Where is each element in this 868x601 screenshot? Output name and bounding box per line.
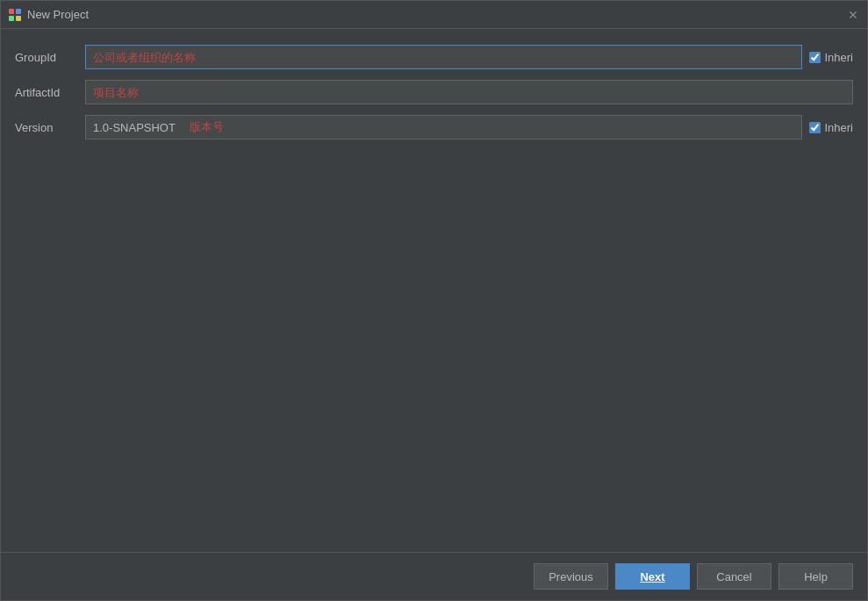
groupid-input-container [85,45,802,69]
new-project-window: New Project ✕ GroupId Inheri ArtifactId [0,0,868,601]
version-placeholder: 版本号 [183,119,224,135]
previous-button[interactable]: Previous [534,563,608,590]
artifactid-row: ArtifactId [15,78,853,106]
title-bar: New Project ✕ [1,1,867,29]
svg-rect-3 [16,16,21,21]
version-input-wrapper: 1.0-SNAPSHOT 版本号 [85,115,802,140]
groupid-inherit-label: Inheri [824,51,853,64]
form-section: GroupId Inheri ArtifactId Version [15,43,853,148]
cancel-button[interactable]: Cancel [697,563,771,590]
svg-rect-2 [9,16,14,21]
groupid-row: GroupId Inheri [15,43,853,71]
version-value: 1.0-SNAPSHOT [86,118,183,138]
content-area: GroupId Inheri ArtifactId Version [1,29,867,552]
version-inherit-label: Inheri [824,121,853,134]
groupid-inherit-checkbox[interactable] [809,52,821,63]
artifactid-input-container [85,80,853,104]
svg-rect-1 [16,9,21,14]
svg-rect-0 [9,9,14,14]
footer: Previous Next Cancel Help [1,552,867,600]
groupid-label: GroupId [15,51,85,64]
close-button[interactable]: ✕ [846,8,860,22]
groupid-inherit-container: Inheri [809,51,853,64]
help-button[interactable]: Help [778,563,853,590]
version-input-container: 1.0-SNAPSHOT 版本号 [85,115,802,140]
version-row: Version 1.0-SNAPSHOT 版本号 Inheri [15,113,853,141]
artifactid-input[interactable] [85,80,853,104]
version-inherit-container: Inheri [809,121,853,134]
window-title: New Project [27,8,89,21]
project-icon [8,8,22,22]
groupid-input[interactable] [85,45,802,69]
artifactid-label: ArtifactId [15,86,85,99]
title-bar-left: New Project [8,8,89,22]
next-button[interactable]: Next [615,563,690,590]
version-label: Version [15,121,85,134]
version-inherit-checkbox[interactable] [809,122,821,133]
